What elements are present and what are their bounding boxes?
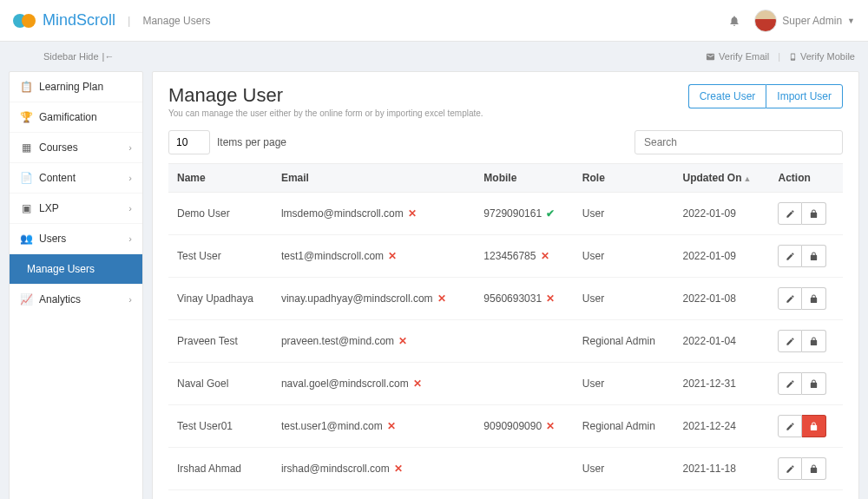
cell-updated: 2021-12-31 [674, 363, 770, 405]
cell-name: Naval Goel [168, 363, 273, 405]
sidebar-item-label: Courses [39, 141, 78, 154]
avatar [754, 10, 777, 32]
table-row: Naval Goelnaval.goel@mindscroll.com ✕Use… [168, 363, 843, 405]
sort-asc-icon: ▲ [744, 174, 752, 183]
logo-icon [13, 12, 37, 30]
x-icon: ✕ [398, 335, 407, 347]
user-name: Super Admin [782, 15, 842, 27]
lock-button[interactable] [802, 415, 826, 437]
sidebar-item-content[interactable]: 📄Content› [10, 163, 142, 194]
cell-name: Test User [168, 490, 273, 500]
col-email[interactable]: Email [273, 164, 475, 193]
cell-role: User [574, 235, 674, 278]
cell-action [769, 448, 843, 490]
sidebar-item-lxp[interactable]: ▣LXP› [10, 194, 142, 224]
cell-mobile: 9729090161 ✔ [475, 193, 573, 235]
search-input[interactable] [635, 130, 843, 154]
sidebar-item-analytics[interactable]: 📈Analytics› [10, 285, 142, 314]
verify-mobile-link[interactable]: Verify Mobile [789, 51, 855, 62]
cell-name: Praveen Test [168, 320, 273, 363]
cell-role: Regional Admin [574, 405, 674, 448]
x-icon: ✕ [546, 292, 555, 305]
cell-mobile [475, 320, 573, 363]
cell-role: User [574, 490, 674, 500]
sidebar-item-users[interactable]: 👥Users› [10, 224, 142, 254]
table-row: Test Usertest1@mindscroll.com ✕123456785… [168, 235, 843, 278]
items-per-page-input[interactable] [168, 130, 210, 154]
cell-action [769, 363, 843, 405]
edit-button[interactable] [778, 245, 802, 267]
sidebar-item-label: Analytics [39, 293, 81, 305]
cell-updated: 2022-01-09 [674, 235, 770, 278]
sidebar-item-label: Manage Users [27, 263, 95, 275]
col-role[interactable]: Role [574, 164, 674, 193]
verify-email-link[interactable]: Verify Email [706, 51, 769, 62]
col-updated[interactable]: Updated On▲ [674, 164, 770, 193]
collapse-icon: |← [102, 51, 115, 62]
cell-action [769, 235, 843, 278]
cell-mobile: 123456785 ✕ [475, 235, 573, 278]
cell-email: test1@mindscroll.com ✕ [273, 235, 475, 278]
table-row: Vinay Upadhayavinay.upadhyay@mindscroll.… [168, 278, 843, 320]
cell-name: Irshad Ahmad [168, 448, 273, 490]
sidebar-item-courses[interactable]: ▦Courses› [10, 133, 142, 163]
lock-button[interactable] [802, 202, 826, 225]
chevron-right-icon: › [128, 142, 132, 153]
cell-updated: 2022-01-08 [674, 278, 770, 320]
sidebar-item-label: Learning Plan [39, 81, 103, 93]
subbar: Sidebar Hide |← Verify Email | Verify Mo… [0, 42, 868, 71]
cell-email: lmsdemo@mindscroll.com ✕ [273, 193, 475, 235]
sidebar-toggle[interactable]: Sidebar Hide |← [43, 51, 114, 62]
user-menu[interactable]: Super Admin ▼ [754, 10, 855, 32]
x-icon: ✕ [437, 292, 446, 305]
edit-button[interactable] [778, 457, 802, 480]
col-mobile[interactable]: Mobile [475, 164, 573, 193]
chevron-right-icon: › [128, 173, 132, 183]
sidebar-item-gamification[interactable]: 🏆Gamification [10, 102, 142, 133]
cell-action [769, 405, 843, 448]
table-row: Praveen Testpraveen.test@mind.com ✕Regio… [168, 320, 843, 363]
lock-button[interactable] [802, 287, 826, 310]
page-subtitle: You can manage the user either by the on… [168, 108, 483, 118]
edit-button[interactable] [778, 372, 802, 395]
edit-button[interactable] [778, 330, 802, 352]
x-icon: ✕ [546, 420, 555, 432]
cell-email: naval.goel@mindscroll.com ✕ [273, 363, 475, 405]
col-name[interactable]: Name [168, 164, 273, 193]
edit-button[interactable] [778, 415, 802, 437]
lock-button[interactable] [802, 457, 826, 480]
create-user-button[interactable]: Create User [688, 84, 766, 108]
lock-button[interactable] [802, 245, 826, 267]
sidebar-item-manage-users[interactable]: Manage Users [10, 254, 142, 285]
edit-button[interactable] [778, 287, 802, 310]
table-row: Test User01test.user1@mind.com ✕90909090… [168, 405, 843, 448]
cell-mobile: 9090909090 ✕ [475, 405, 573, 448]
cell-role: User [574, 448, 674, 490]
cell-email: irshad@mindscroll.com ✕ [273, 448, 475, 490]
cell-name: Vinay Upadhaya [168, 278, 273, 320]
x-icon: ✕ [394, 463, 403, 475]
check-icon: ✔ [546, 207, 555, 220]
import-user-button[interactable]: Import User [766, 84, 843, 108]
cell-action [769, 490, 843, 500]
brand-logo[interactable]: MindScroll [13, 11, 115, 30]
bell-icon[interactable] [728, 15, 740, 27]
cell-name: Test User01 [168, 405, 273, 448]
x-icon: ✕ [413, 378, 422, 390]
sidebar-item-label: Users [39, 233, 66, 245]
sidebar-item-label: LXP [39, 202, 59, 214]
cell-email: praveen.test@mind.com ✕ [273, 320, 475, 363]
cell-action [769, 320, 843, 363]
cell-action [769, 278, 843, 320]
cell-updated: 2022-01-04 [674, 320, 770, 363]
sidebar-item-learning-plan[interactable]: 📋Learning Plan [10, 72, 142, 102]
col-action: Action [769, 164, 843, 193]
lock-button[interactable] [802, 330, 826, 352]
chevron-right-icon: › [128, 233, 132, 244]
page-title: Manage User [168, 84, 483, 107]
edit-button[interactable] [778, 202, 802, 225]
lock-button[interactable] [802, 372, 826, 395]
cell-name: Demo User [168, 193, 273, 235]
cell-email: test.03@mind.com ✕ [273, 490, 475, 500]
x-icon: ✕ [408, 207, 417, 220]
